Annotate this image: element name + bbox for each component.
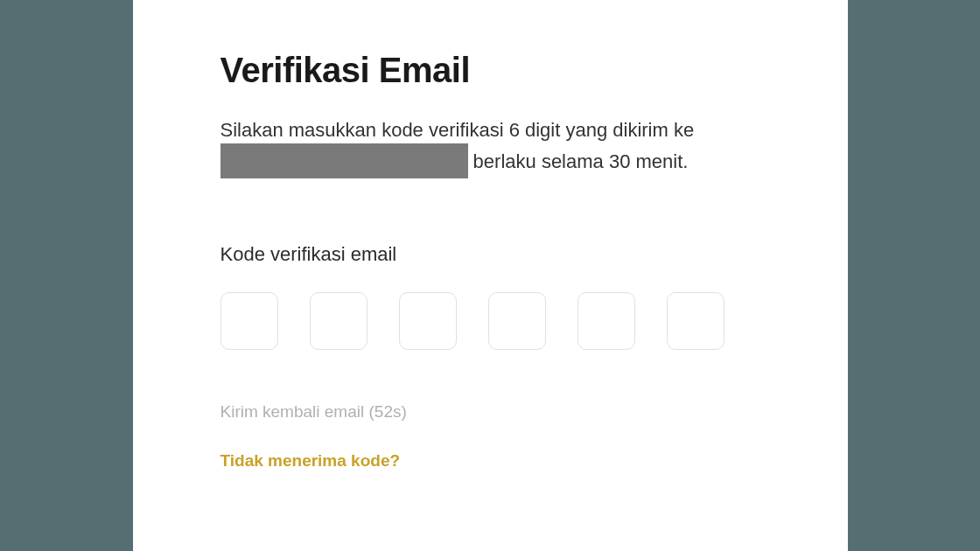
verification-description: Silakan masukkan kode verifikasi 6 digit… bbox=[220, 115, 760, 180]
resend-countdown: Kirim kembali email (52s) bbox=[220, 402, 760, 422]
code-input-group bbox=[220, 292, 760, 350]
verification-card: Verifikasi Email Silakan masukkan kode v… bbox=[133, 0, 848, 551]
code-digit-6[interactable] bbox=[667, 292, 724, 350]
code-input-label: Kode verifikasi email bbox=[220, 243, 760, 266]
page-title: Verifikasi Email bbox=[220, 51, 760, 90]
code-digit-5[interactable] bbox=[578, 292, 635, 350]
resend-seconds: 52 bbox=[374, 402, 393, 421]
resend-suffix: s) bbox=[393, 402, 407, 421]
description-prefix: Silakan masukkan kode verifikasi 6 digit… bbox=[220, 119, 695, 141]
code-digit-1[interactable] bbox=[220, 292, 278, 350]
help-link[interactable]: Tidak menerima kode? bbox=[220, 451, 401, 470]
code-digit-4[interactable] bbox=[488, 292, 546, 350]
description-suffix: berlaku selama 30 menit. bbox=[468, 150, 689, 172]
redacted-email bbox=[220, 143, 468, 178]
resend-prefix: Kirim kembali email ( bbox=[220, 402, 374, 421]
code-digit-3[interactable] bbox=[399, 292, 457, 350]
code-digit-2[interactable] bbox=[310, 292, 368, 350]
